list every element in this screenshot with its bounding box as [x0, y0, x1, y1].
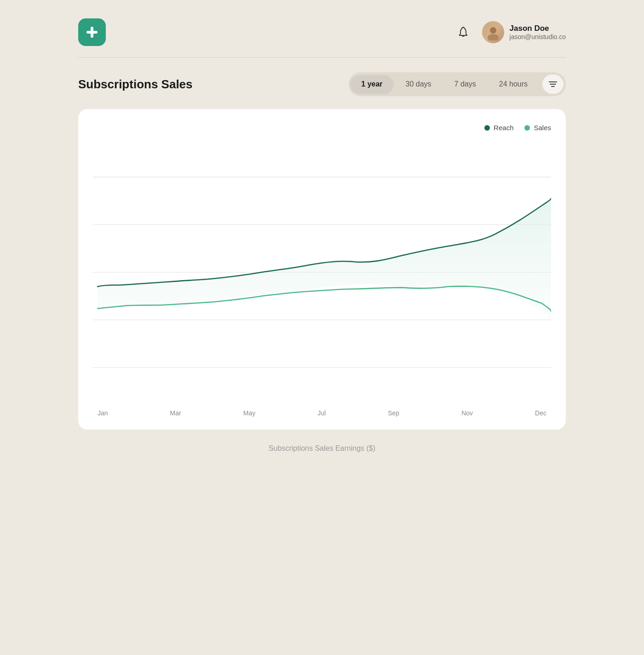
- chart-card: Reach Sales: [78, 109, 566, 430]
- logo-button[interactable]: [78, 18, 106, 46]
- footer-label: Subscriptions Sales Earnings ($): [78, 444, 566, 453]
- user-info: Jason Doe jason@unistudio.co: [482, 21, 566, 43]
- legend-reach: Reach: [484, 124, 513, 132]
- chart-legend: Reach Sales: [93, 124, 551, 132]
- x-label-jul: Jul: [317, 409, 326, 417]
- header: Jason Doe jason@unistudio.co: [78, 18, 566, 57]
- x-label-may: May: [243, 409, 255, 417]
- filter-icon: [548, 80, 558, 89]
- page-title: Subscriptions Sales: [78, 77, 193, 92]
- bell-icon: [457, 26, 469, 38]
- filter-7days[interactable]: 7 days: [444, 75, 486, 93]
- x-axis-labels: Jan Mar May Jul Sep Nov Dec: [93, 409, 551, 417]
- chart-area: [93, 139, 551, 406]
- x-label-dec: Dec: [535, 409, 546, 417]
- svg-rect-1: [86, 31, 98, 34]
- avatar-person-icon: [485, 24, 501, 40]
- reach-area-fill: [98, 198, 551, 320]
- x-label-sep: Sep: [388, 409, 399, 417]
- reach-label: Reach: [494, 124, 513, 132]
- notification-button[interactable]: [454, 22, 473, 43]
- x-label-nov: Nov: [461, 409, 473, 417]
- reach-dot: [484, 125, 490, 131]
- x-label-mar: Mar: [170, 409, 181, 417]
- svg-point-2: [490, 27, 496, 34]
- avatar-image: [482, 21, 504, 43]
- user-details: Jason Doe jason@unistudio.co: [510, 24, 566, 40]
- filter-settings-button[interactable]: [542, 75, 564, 94]
- header-right: Jason Doe jason@unistudio.co: [454, 21, 566, 43]
- plus-icon: [85, 25, 99, 40]
- legend-sales: Sales: [524, 124, 551, 132]
- filter-24hours[interactable]: 24 hours: [489, 75, 538, 93]
- filter-controls: 1 year 30 days 7 days 24 hours: [349, 72, 566, 96]
- filter-1year[interactable]: 1 year: [351, 75, 392, 93]
- filter-30days[interactable]: 30 days: [396, 75, 442, 93]
- user-email: jason@unistudio.co: [510, 33, 566, 40]
- svg-point-3: [488, 34, 499, 40]
- sales-label: Sales: [534, 124, 551, 132]
- chart-svg: [93, 139, 551, 406]
- sales-dot: [524, 125, 530, 131]
- user-name: Jason Doe: [510, 24, 566, 33]
- avatar: [482, 21, 504, 43]
- content-header: Subscriptions Sales 1 year 30 days 7 day…: [78, 72, 566, 96]
- x-label-jan: Jan: [98, 409, 108, 417]
